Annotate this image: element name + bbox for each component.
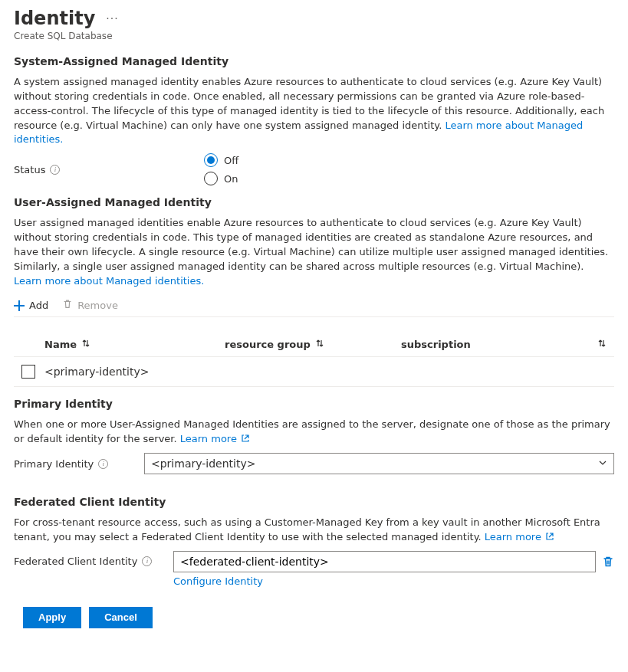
chevron-down-icon xyxy=(598,457,607,470)
info-icon[interactable]: i xyxy=(98,459,108,469)
primary-identity-label: Primary Identity xyxy=(14,458,94,470)
page-subtitle: Create SQL Database xyxy=(14,31,614,41)
sort-icon xyxy=(315,339,324,350)
more-menu-icon[interactable]: ··· xyxy=(106,12,118,25)
remove-button[interactable]: Remove xyxy=(62,299,118,312)
trash-icon xyxy=(62,299,73,312)
row-name: <primary-identity> xyxy=(44,366,149,378)
cancel-button[interactable]: Cancel xyxy=(89,607,153,628)
system-assigned-heading: System-Assigned Managed Identity xyxy=(14,55,614,67)
sort-icon xyxy=(597,339,607,350)
apply-button[interactable]: Apply xyxy=(23,607,81,628)
federated-learn-more-link[interactable]: Learn more xyxy=(485,531,554,543)
federated-label: Federated Client Identity xyxy=(14,556,137,567)
external-link-icon xyxy=(242,432,249,447)
federated-description: For cross-tenant resource access, such a… xyxy=(14,516,614,545)
plus-icon xyxy=(14,300,25,311)
primary-identity-select[interactable]: <primary-identity> xyxy=(144,453,614,474)
federated-heading: Federated Client Identity xyxy=(14,496,614,508)
federated-client-identity-input[interactable] xyxy=(173,551,596,572)
user-assigned-heading: User-Assigned Managed Identity xyxy=(14,196,614,208)
column-resource-group[interactable]: resource group xyxy=(225,339,401,350)
primary-identity-description: When one or more User-Assigned Managed I… xyxy=(14,418,614,447)
row-checkbox[interactable] xyxy=(21,365,35,379)
column-subscription[interactable]: subscription xyxy=(401,339,607,350)
page-title: Identity xyxy=(14,8,95,29)
info-icon[interactable]: i xyxy=(50,165,60,175)
add-button[interactable]: Add xyxy=(14,299,48,312)
external-link-icon xyxy=(546,530,554,545)
user-assigned-learn-more-link[interactable]: Learn more about Managed identities. xyxy=(14,275,204,287)
table-header: Name resource group subscription xyxy=(14,333,614,356)
sort-icon xyxy=(81,339,90,350)
primary-identity-heading: Primary Identity xyxy=(14,398,614,410)
primary-identity-learn-more-link[interactable]: Learn more xyxy=(180,433,249,444)
delete-federated-button[interactable] xyxy=(602,556,614,568)
radio-icon xyxy=(204,153,218,167)
status-radio-on[interactable]: On xyxy=(204,172,238,185)
user-assigned-description: User assigned managed identities enable … xyxy=(14,216,614,288)
configure-identity-link[interactable]: Configure Identity xyxy=(173,575,263,587)
radio-icon xyxy=(204,172,218,185)
info-icon[interactable]: i xyxy=(142,556,152,566)
column-name[interactable]: Name xyxy=(44,339,225,350)
system-assigned-description: A system assigned managed identity enabl… xyxy=(14,75,614,147)
status-label: Status xyxy=(14,164,45,175)
table-row[interactable]: <primary-identity> xyxy=(14,356,614,387)
status-radio-off[interactable]: Off xyxy=(204,153,238,167)
